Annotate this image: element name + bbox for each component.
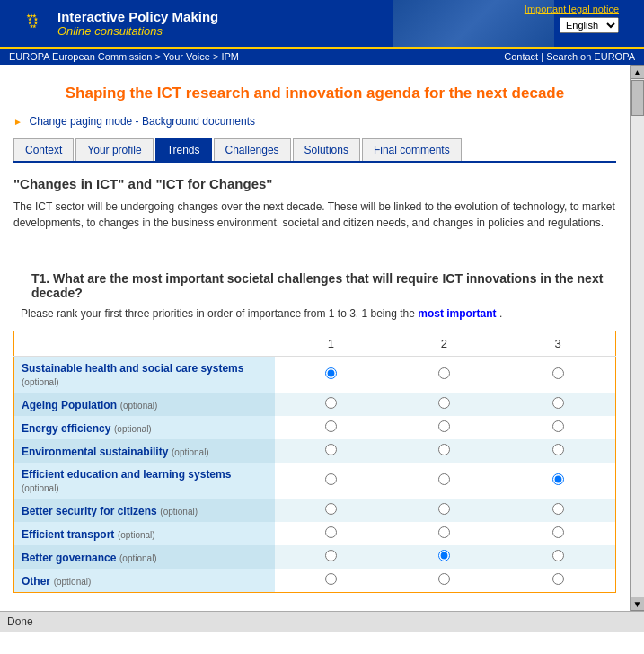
- row-label: Other (optional): [14, 569, 275, 593]
- breadcrumb-right: Contact | Search on EUROPA: [504, 51, 635, 62]
- change-paging-anchor[interactable]: Change paging mode - Background document…: [30, 115, 256, 128]
- radio-row1-col1[interactable]: [438, 397, 450, 409]
- col-header-label: [14, 331, 275, 357]
- scroll-up-button[interactable]: ▲: [631, 65, 645, 79]
- radio-cell-row3-col0: [275, 439, 388, 463]
- radio-row3-col2[interactable]: [552, 444, 564, 455]
- option-optional: (optional): [118, 530, 155, 540]
- tab-solutions[interactable]: Solutions: [293, 138, 360, 161]
- tab-your-profile[interactable]: Your profile: [75, 138, 153, 161]
- legal-notice-link[interactable]: Important legal notice: [525, 4, 619, 14]
- tab-trends[interactable]: Trends: [155, 138, 212, 161]
- row-label: Efficient education and learning systems…: [14, 463, 275, 499]
- option-label: Sustainable health and social care syste…: [22, 362, 243, 375]
- radio-cell-row4-col2: [500, 463, 615, 499]
- question-title: T1. What are the most important societal…: [13, 271, 616, 300]
- eu-flag-icon: [12, 11, 46, 36]
- radio-row6-col1[interactable]: [438, 526, 450, 538]
- radio-row7-col1[interactable]: [438, 550, 450, 561]
- radio-row3-col0[interactable]: [325, 444, 337, 455]
- tab-final-comments[interactable]: Final comments: [362, 138, 462, 161]
- radio-row4-col2[interactable]: [552, 473, 564, 485]
- scrollbar-thumb[interactable]: [631, 80, 644, 116]
- radio-cell-row2-col2: [500, 416, 615, 439]
- table-header-row: 1 2 3: [14, 331, 616, 357]
- radio-cell-row2-col0: [275, 416, 388, 439]
- radio-row8-col1[interactable]: [438, 573, 450, 585]
- language-select[interactable]: English French German: [560, 17, 619, 33]
- tab-challenges[interactable]: Challenges: [214, 138, 291, 161]
- radio-row3-col1[interactable]: [438, 444, 450, 455]
- table-row: Efficient education and learning systems…: [14, 463, 616, 499]
- option-optional: (optional): [119, 553, 157, 563]
- radio-cell-row1-col0: [275, 393, 388, 416]
- radio-row5-col1[interactable]: [438, 503, 450, 515]
- option-optional: (optional): [160, 507, 198, 517]
- radio-cell-row1-col1: [387, 393, 500, 416]
- radio-cell-row7-col2: [500, 545, 615, 569]
- table-row: Ageing Population (optional): [14, 393, 616, 416]
- radio-row2-col0[interactable]: [325, 420, 337, 432]
- scroll-down-button[interactable]: ▼: [631, 597, 645, 611]
- tabs-container: Context Your profile Trends Challenges S…: [13, 138, 616, 163]
- table-row: Better security for citizens (optional): [14, 499, 616, 522]
- option-label: Energy efficiency: [22, 422, 110, 435]
- radio-row6-col2[interactable]: [552, 526, 564, 538]
- radio-row0-col2[interactable]: [552, 367, 564, 379]
- option-label: Better governance: [22, 552, 116, 564]
- radio-row7-col2[interactable]: [552, 550, 564, 561]
- radio-cell-row7-col0: [275, 545, 388, 569]
- breadcrumb-bar: EUROPA European Commission > Your Voice …: [0, 47, 644, 65]
- radio-row8-col2[interactable]: [552, 573, 564, 585]
- row-label: Efficient transport (optional): [14, 522, 275, 545]
- scrollbar-track: [631, 79, 645, 597]
- table-row: Energy efficiency (optional): [14, 416, 616, 439]
- radio-row1-col0[interactable]: [325, 397, 337, 409]
- radio-row8-col0[interactable]: [325, 573, 337, 585]
- radio-cell-row2-col1: [387, 416, 500, 439]
- radio-row0-col1[interactable]: [438, 367, 450, 379]
- radio-cell-row6-col2: [500, 522, 615, 545]
- row-label: Ageing Population (optional): [14, 393, 275, 416]
- radio-row2-col2[interactable]: [552, 420, 564, 432]
- radio-cell-row0-col0: [275, 357, 388, 393]
- table-row: Environmental sustainability (optional): [14, 439, 616, 463]
- radio-row4-col0[interactable]: [325, 473, 337, 485]
- instruction-highlight: most important: [418, 307, 496, 320]
- radio-cell-row6-col1: [387, 522, 500, 545]
- radio-cell-row8-col0: [275, 569, 388, 593]
- section-desc-text: The ICT sector will be undergoing change…: [13, 200, 615, 229]
- main-content: Shaping the ICT research and innovation …: [0, 65, 630, 611]
- status-bar: Done: [0, 611, 644, 632]
- radio-row4-col1[interactable]: [438, 473, 450, 485]
- question-box: T1. What are the most important societal…: [13, 271, 616, 593]
- search-europa-link[interactable]: Search on EUROPA: [546, 51, 635, 62]
- radio-cell-row3-col1: [387, 439, 500, 463]
- option-label: Efficient transport: [22, 528, 114, 541]
- radio-row1-col2[interactable]: [552, 397, 564, 409]
- option-optional: (optional): [120, 401, 158, 411]
- option-optional: (optional): [114, 424, 152, 434]
- radio-cell-row5-col1: [387, 499, 500, 522]
- main-wrapper: Shaping the ICT research and innovation …: [0, 65, 644, 611]
- eu-logo: [9, 6, 49, 40]
- table-row: Better governance (optional): [14, 545, 616, 569]
- section-heading: "Changes in ICT" and "ICT for Changes": [13, 176, 616, 191]
- breadcrumb-left: EUROPA European Commission > Your Voice …: [9, 51, 239, 62]
- radio-cell-row6-col0: [275, 522, 388, 545]
- page-title: Shaping the ICT research and innovation …: [13, 74, 616, 110]
- radio-row7-col0[interactable]: [325, 550, 337, 561]
- instruction-post: .: [499, 307, 502, 320]
- table-row: Sustainable health and social care syste…: [14, 357, 616, 393]
- radio-row5-col0[interactable]: [325, 503, 337, 515]
- col-header-1: 1: [275, 331, 388, 357]
- radio-row6-col0[interactable]: [325, 526, 337, 538]
- radio-row0-col0[interactable]: [325, 367, 337, 379]
- contact-link[interactable]: Contact: [504, 51, 538, 62]
- divider: [13, 244, 616, 258]
- option-label: Better security for citizens: [22, 505, 157, 517]
- radio-row2-col1[interactable]: [438, 420, 450, 432]
- radio-row5-col2[interactable]: [552, 503, 564, 515]
- scrollbar: ▲ ▼: [630, 65, 644, 611]
- tab-context[interactable]: Context: [13, 138, 74, 161]
